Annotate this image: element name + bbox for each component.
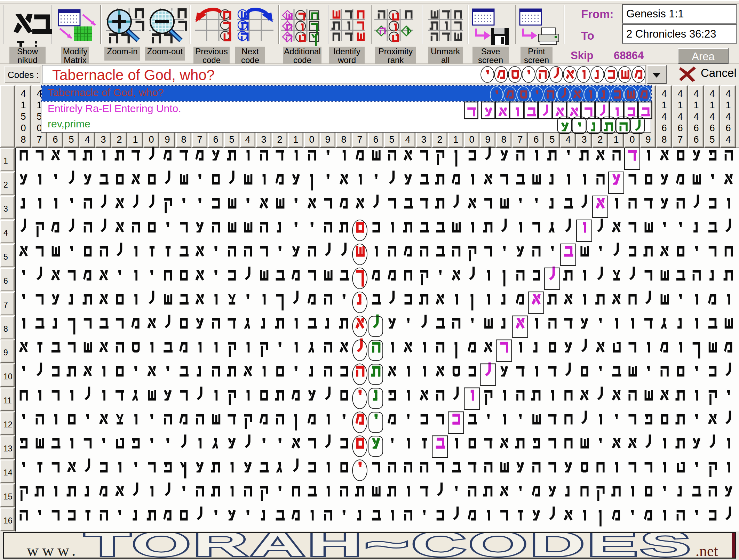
svg-text:TORAH~CODES: TORAH~CODES — [85, 533, 693, 560]
